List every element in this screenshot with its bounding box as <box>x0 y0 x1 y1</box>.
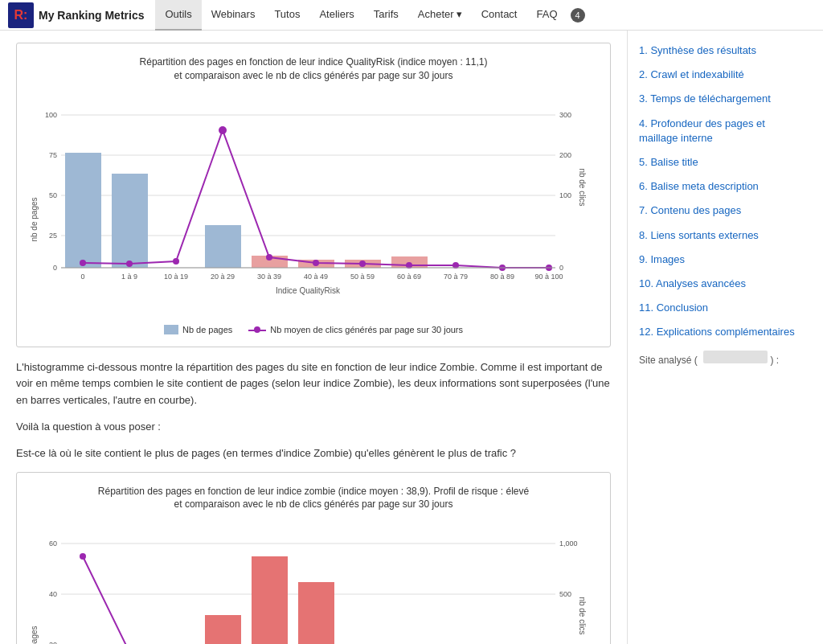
chart1-title: Répartition des pages en fonction de leu… <box>25 55 602 83</box>
text-block-2: Voilà la question à vous poser : <box>16 419 611 436</box>
sidebar-item-8[interactable]: 8. Liens sortants externes <box>628 224 812 248</box>
sidebar-item-6[interactable]: 6. Balise meta description <box>628 174 812 199</box>
nav-item-tutos[interactable]: Tutos <box>264 0 309 31</box>
svg-point-14 <box>80 260 86 266</box>
sidebar-item-2[interactable]: 2. Crawl et indexabilité <box>628 63 812 87</box>
sidebar-item-12[interactable]: 12. Explications complémentaires <box>628 320 812 344</box>
legend-line-rect <box>248 329 266 330</box>
nav-items: Outils Webinars Tutos Ateliers Tarifs Ac… <box>155 0 584 30</box>
svg-text:60 à 69: 60 à 69 <box>397 273 421 281</box>
nav-item-faq[interactable]: FAQ <box>526 0 567 31</box>
svg-point-19 <box>313 260 319 266</box>
svg-text:20 à 29: 20 à 29 <box>211 273 235 281</box>
chart2-svg: nb de pages nb de clics 60 40 20 0 1,000 <box>25 519 588 644</box>
legend-line-label: Nb moyen de clics générés par page sur 3… <box>270 325 463 334</box>
nav-item-contact[interactable]: Contact <box>472 0 527 31</box>
chart1-svg-wrap: nb de pages nb de clics 100 75 50 25 0 <box>25 91 602 318</box>
nav-item-outils[interactable]: Outils <box>155 0 201 31</box>
svg-text:100: 100 <box>45 111 57 119</box>
sidebar-item-9[interactable]: 9. Images <box>628 248 812 272</box>
svg-text:70 à 79: 70 à 79 <box>444 273 468 281</box>
legend-bars-rect <box>164 325 178 334</box>
navbar: R: My Ranking Metrics Outils Webinars Tu… <box>0 0 823 31</box>
svg-text:80 à 89: 80 à 89 <box>490 273 514 281</box>
brand: R: My Ranking Metrics <box>8 2 144 28</box>
chevron-down-icon: ▾ <box>457 8 462 20</box>
sidebar-site: Site analysé ( ) : <box>628 344 812 372</box>
sidebar-item-3[interactable]: 3. Temps de téléchargement <box>628 87 812 111</box>
legend-bars-label: Nb de pages <box>182 325 232 334</box>
chart2-title: Répartition des pages en fonction de leu… <box>25 485 602 512</box>
brand-logo-text: R: <box>14 8 28 23</box>
svg-text:25: 25 <box>49 232 57 240</box>
main-content: Répartition des pages en fonction de leu… <box>0 31 627 644</box>
chart1-svg: nb de pages nb de clics 100 75 50 25 0 <box>25 91 588 316</box>
svg-point-15 <box>126 260 133 267</box>
bar-3 <box>205 225 241 268</box>
svg-point-17 <box>219 126 227 134</box>
chart2-container: Répartition des pages en fonction de leu… <box>16 472 611 644</box>
bar-1 <box>112 174 148 268</box>
svg-text:0: 0 <box>53 264 57 272</box>
nav-badge: 4 <box>571 8 585 23</box>
svg-text:90 à 100: 90 à 100 <box>534 273 563 281</box>
svg-text:50 à 59: 50 à 59 <box>350 273 375 281</box>
svg-text:1 à 9: 1 à 9 <box>121 273 137 281</box>
y-right-label: nb de clics <box>578 168 587 206</box>
svg-text:60: 60 <box>49 539 57 548</box>
svg-rect-55 <box>298 582 334 644</box>
svg-point-58 <box>80 553 86 560</box>
svg-text:nb de clics: nb de clics <box>578 597 587 635</box>
bar-0 <box>65 153 101 268</box>
svg-text:0: 0 <box>559 264 563 272</box>
chart2-svg-wrap: nb de pages nb de clics 60 40 20 0 1,000 <box>25 519 602 644</box>
svg-point-18 <box>266 254 272 260</box>
svg-text:100: 100 <box>559 191 571 199</box>
text-block-1: L'histogramme ci-dessous montre la répar… <box>16 359 611 409</box>
chart1-container: Répartition des pages en fonction de leu… <box>16 43 611 347</box>
svg-text:500: 500 <box>559 590 571 598</box>
sidebar-site-label: Site analysé ( <box>639 355 698 366</box>
x-label-1: Indice QualityRisk <box>276 286 341 295</box>
svg-text:30 à 39: 30 à 39 <box>257 273 281 281</box>
text-block-3: Est-ce là où le site contient le plus de… <box>16 445 611 462</box>
svg-text:75: 75 <box>49 151 57 159</box>
sidebar-site-box <box>703 351 768 363</box>
sidebar: 1. Synthèse des résultats 2. Crawl et in… <box>627 31 812 644</box>
svg-point-16 <box>173 258 179 265</box>
svg-point-20 <box>359 260 366 267</box>
sidebar-item-10[interactable]: 10. Analyses avancées <box>628 272 812 296</box>
page-layout: Répartition des pages en fonction de leu… <box>0 31 823 644</box>
sidebar-item-4[interactable]: 4. Profondeur des pages et maillage inte… <box>628 112 812 150</box>
sidebar-site-close: ) : <box>770 355 779 366</box>
sidebar-item-11[interactable]: 11. Conclusion <box>628 296 812 320</box>
svg-text:10 à 19: 10 à 19 <box>164 273 188 281</box>
nav-item-webinars[interactable]: Webinars <box>202 0 265 31</box>
svg-rect-54 <box>252 556 288 644</box>
chart1-legend: Nb de pages Nb moyen de clics générés pa… <box>25 325 602 334</box>
legend-line-item: Nb moyen de clics générés par page sur 3… <box>248 325 463 334</box>
line-chart1 <box>83 130 549 268</box>
svg-text:40 à 49: 40 à 49 <box>304 273 328 281</box>
svg-text:1,000: 1,000 <box>559 539 578 548</box>
svg-text:0: 0 <box>80 273 84 281</box>
svg-text:300: 300 <box>559 111 571 119</box>
brand-logo: R: <box>8 2 34 28</box>
sidebar-item-5[interactable]: 5. Balise title <box>628 150 812 174</box>
svg-text:50: 50 <box>49 191 57 199</box>
nav-item-ateliers[interactable]: Ateliers <box>309 0 363 31</box>
svg-text:nb de pages: nb de pages <box>30 626 39 644</box>
svg-text:40: 40 <box>49 590 57 598</box>
svg-text:200: 200 <box>559 151 571 159</box>
nav-item-tarifs[interactable]: Tarifs <box>364 0 408 31</box>
sidebar-item-1[interactable]: 1. Synthèse des résultats <box>628 39 812 63</box>
y-left-label: nb de pages <box>30 197 39 241</box>
nav-item-acheter[interactable]: Acheter ▾ <box>408 0 472 31</box>
sidebar-item-7[interactable]: 7. Contenu des pages <box>628 199 812 223</box>
legend-dot <box>254 326 260 333</box>
legend-bars-item: Nb de pages <box>164 325 232 334</box>
svg-rect-53 <box>205 615 241 644</box>
svg-text:20: 20 <box>49 641 57 644</box>
brand-title: My Ranking Metrics <box>39 9 144 22</box>
